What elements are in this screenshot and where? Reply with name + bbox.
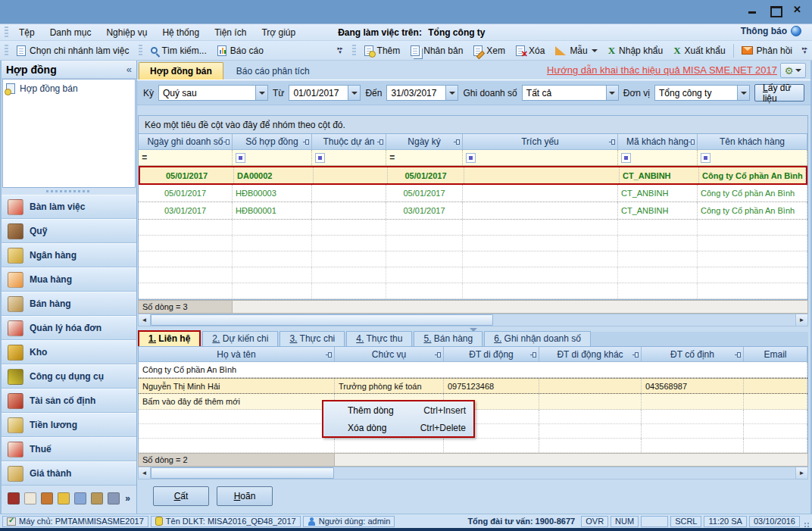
sidebar-item-tai-san-co-dinh[interactable]: Tài sản cố định — [2, 389, 136, 413]
sidebar-splitter[interactable] — [2, 188, 136, 195]
table-row[interactable]: 03/01/2017 HĐB00001 03/01/2017 CT_ANBINH… — [139, 202, 807, 220]
toolbar-grip2[interactable] — [139, 45, 142, 57]
menu-operations[interactable]: Nghiệp vụ — [98, 26, 155, 39]
settings-dropdown-button[interactable]: ⚙ — [780, 63, 806, 78]
tab-lien-he[interactable]: 1. Liên hệ — [138, 330, 201, 346]
tab-hop-dong-ban[interactable]: Hợp đồng bán — [139, 62, 223, 80]
to-date-field[interactable]: 31/03/2017 — [386, 85, 458, 101]
period-select[interactable]: Quý sau — [158, 85, 268, 101]
col-ngay-ghi-doanh-so[interactable]: Ngày ghi doanh số — [139, 134, 233, 149]
col-ma-khach-hang[interactable]: Mã khách hàng — [618, 134, 698, 149]
tab-ghi-nhan-doanh-so[interactable]: 6. Ghi nhận doanh số — [484, 331, 591, 346]
sidebar-item-quan-ly-hoa-don[interactable]: Quản lý hóa đơn — [2, 316, 136, 340]
context-menu-delete-row[interactable]: Xóa dòng Ctrl+Delete — [323, 419, 473, 436]
sidebar-item-thue[interactable]: Thuế — [2, 437, 136, 461]
contact-row[interactable]: Nguyễn Thị Minh Hải Trưởng phòng kế toán… — [139, 378, 807, 394]
view-button[interactable]: Xem — [468, 44, 511, 58]
menu-utilities[interactable]: Tiện ích — [207, 26, 254, 39]
tab-thuc-chi[interactable]: 3. Thực chi — [280, 331, 345, 346]
to-date-dropdown-icon[interactable] — [445, 86, 458, 100]
sidebar-item-ban-lam-viec[interactable]: Bàn làm việc — [2, 195, 136, 219]
contacts-hscrollbar[interactable]: ◄ ► — [138, 467, 808, 479]
toolbar-grip3[interactable] — [352, 45, 356, 57]
search-button[interactable]: Tìm kiếm... — [145, 44, 211, 58]
filter-cell[interactable]: = — [386, 150, 463, 165]
get-data-button[interactable]: Lấy dữ liệu — [754, 84, 804, 102]
sidebar-item-mua-hang[interactable]: Mua hàng — [2, 267, 136, 292]
menu-system[interactable]: Hệ thống — [155, 26, 207, 39]
cancel-button[interactable]: Hoãn — [217, 486, 273, 506]
save-button[interactable]: Cất — [153, 486, 209, 506]
revenue-record-dropdown-icon[interactable] — [606, 86, 618, 100]
sidebar-item-tien-luong[interactable]: Tiền lương — [2, 413, 136, 437]
module-icon-7[interactable] — [108, 492, 120, 504]
module-icon-6[interactable] — [91, 492, 103, 504]
filter-cell[interactable] — [233, 150, 312, 165]
sidebar-item-kho[interactable]: Kho — [2, 340, 136, 364]
tree-item-hop-dong-ban[interactable]: Hợp đồng bán — [6, 83, 132, 94]
resize-grip[interactable] — [802, 517, 810, 525]
tab-du-kien-chi[interactable]: 2. Dự kiến chi — [202, 331, 278, 346]
help-link[interactable]: Hướng dẫn khai thác hiệu quả MISA SME.NE… — [547, 64, 777, 76]
col-dt-co-dinh[interactable]: ĐT cố định — [642, 347, 744, 361]
revenue-record-select[interactable]: Tất cả — [522, 85, 619, 101]
from-date-dropdown-icon[interactable] — [348, 86, 360, 100]
module-icon-5[interactable] — [74, 492, 86, 504]
sidebar-item-ngan-hang[interactable]: Ngân hàng — [2, 243, 136, 267]
menu-help[interactable]: Trợ giúp — [254, 26, 303, 39]
report-button[interactable]: Báo cáo — [212, 44, 269, 58]
module-icon-1[interactable] — [8, 492, 20, 504]
module-icon-3[interactable] — [41, 492, 53, 504]
sidebar-item-gia-thanh[interactable]: Giá thành — [2, 461, 136, 486]
scroll-right-icon[interactable]: ► — [795, 467, 807, 479]
module-icon-2[interactable] — [24, 492, 36, 504]
menu-file[interactable]: Tệp — [11, 26, 42, 39]
period-dropdown-icon[interactable] — [255, 86, 267, 100]
group-by-hint[interactable]: Kéo một tiêu đề cột vào đây để nhóm theo… — [139, 116, 807, 134]
minimize-button[interactable] — [747, 5, 759, 15]
module-icon-4[interactable] — [58, 492, 70, 504]
col-dt-di-dong-khac[interactable]: ĐT di động khác — [539, 347, 642, 361]
filter-cell[interactable] — [698, 150, 807, 165]
duplicate-button[interactable]: Nhân bản — [405, 44, 468, 58]
notification-area[interactable]: Thông báo — [741, 26, 801, 36]
scrollbar-thumb[interactable] — [151, 467, 334, 479]
col-ngay-ky[interactable]: Ngày ký — [386, 134, 463, 149]
scroll-left-icon[interactable]: ◄ — [139, 467, 151, 479]
tab-ban-hang[interactable]: 5. Bán hàng — [414, 331, 483, 346]
sidebar-collapse-icon[interactable]: « — [126, 64, 132, 75]
choose-branch-button[interactable]: Chọn chi nhánh làm việc — [11, 44, 134, 58]
col-so-hop-dong[interactable]: Số hợp đồng — [233, 134, 312, 149]
delete-button[interactable]: Xóa — [511, 44, 550, 58]
table-row-selected[interactable]: 05/01/2017 DA00002 05/01/2017 CT_ANBINH … — [139, 166, 807, 185]
tab-bao-cao-phan-tich[interactable]: Báo cáo phân tích — [225, 62, 321, 80]
more-modules-chevron-icon[interactable]: » — [125, 493, 130, 504]
context-menu-add-row[interactable]: Thêm dòng Ctrl+Insert — [323, 401, 473, 419]
col-email[interactable]: Email — [744, 347, 807, 361]
import-button[interactable]: X Nhập khẩu — [603, 43, 668, 58]
filter-cell[interactable]: = — [139, 150, 233, 165]
unit-dropdown-icon[interactable] — [737, 86, 749, 100]
feedback-button[interactable]: Phản hồi — [736, 44, 798, 58]
toolbar-grip[interactable] — [5, 45, 8, 57]
col-thuoc-du-an[interactable]: Thuộc dự án — [312, 134, 386, 149]
filter-cell[interactable] — [463, 150, 618, 165]
export-button[interactable]: X Xuất khẩu — [668, 43, 730, 58]
from-date-field[interactable]: 01/01/2017 — [289, 85, 361, 101]
menu-catalog[interactable]: Danh mục — [42, 26, 99, 39]
filter-cell[interactable] — [618, 150, 698, 165]
unit-select[interactable]: Tổng công ty — [654, 85, 750, 101]
filter-cell[interactable] — [312, 150, 386, 165]
col-ho-va-ten[interactable]: Họ và tên — [139, 347, 335, 361]
sidebar-item-cong-cu-dung-cu[interactable]: Công cụ dụng cụ — [2, 364, 136, 389]
contracts-hscrollbar[interactable]: ◄ ► — [138, 314, 808, 326]
col-trich-yeu[interactable]: Trích yếu — [463, 134, 618, 149]
col-chuc-vu[interactable]: Chức vụ — [335, 347, 444, 361]
template-button[interactable]: Mẫu — [550, 44, 602, 58]
sidebar-item-ban-hang[interactable]: Bán hàng — [2, 292, 136, 316]
menubar-grip[interactable] — [5, 27, 8, 39]
col-dt-di-dong[interactable]: ĐT di động — [444, 347, 539, 361]
scrollbar-thumb[interactable] — [151, 314, 493, 326]
add-button[interactable]: Thêm — [359, 44, 406, 58]
scroll-left-icon[interactable]: ◄ — [139, 314, 151, 326]
